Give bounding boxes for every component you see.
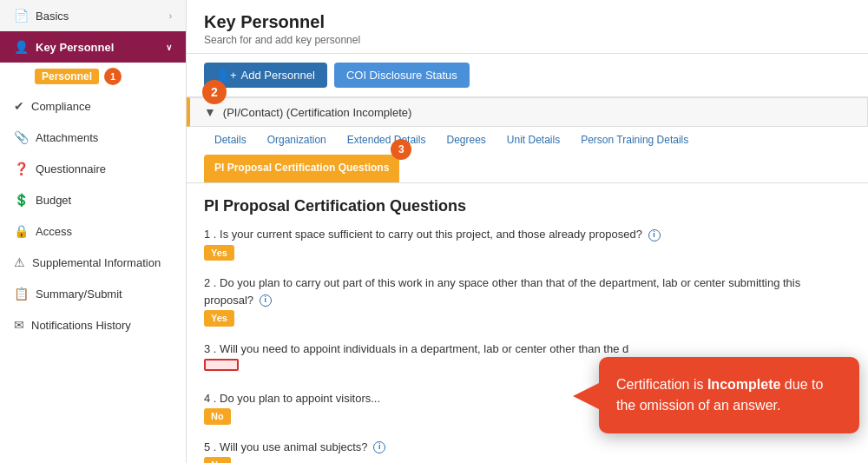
sidebar-item-access[interactable]: 🔒 Access xyxy=(0,215,186,247)
personnel-badge: Personnel xyxy=(35,69,99,84)
page-title: Key Personnel xyxy=(204,12,851,32)
personnel-name: (PI/Contact) (Certification Incomplete) xyxy=(223,106,411,119)
tab-organization[interactable]: Organization xyxy=(257,127,337,155)
tab-degrees[interactable]: Degrees xyxy=(436,127,496,155)
basics-icon: 📄 xyxy=(14,9,29,23)
sidebar-item-budget-label: Budget xyxy=(36,194,71,207)
tab-person-training[interactable]: Person Training Details xyxy=(570,127,699,155)
tabs-container: Details Organization Extended Details De… xyxy=(187,127,868,183)
sidebar-item-compliance[interactable]: ✔ Compliance xyxy=(0,90,186,122)
sidebar-item-budget[interactable]: 💲 Budget xyxy=(0,184,186,215)
page-subtitle: Search for and add key personnel xyxy=(204,34,851,46)
access-icon: 🔒 xyxy=(14,224,29,238)
sidebar-item-key-personnel-label: Key Personnel xyxy=(36,41,114,54)
questionnaire-icon: ❓ xyxy=(14,162,29,175)
sidebar-item-basics-label: Basics xyxy=(36,10,69,23)
expand-arrow-icon: ▼ xyxy=(204,105,216,119)
sidebar-item-supplemental[interactable]: ⚠ Supplemental Information xyxy=(0,247,186,278)
sidebar-item-summary-label: Summary/Submit xyxy=(36,288,122,301)
sidebar-item-access-label: Access xyxy=(36,225,72,238)
summary-icon: 📋 xyxy=(14,287,29,301)
sidebar-collapse-button[interactable]: ‹ xyxy=(186,9,187,35)
sidebar-item-attachments-label: Attachments xyxy=(36,131,98,144)
sidebar-item-questionnaire[interactable]: ❓ Questionnaire xyxy=(0,153,186,184)
sidebar-item-notifications[interactable]: ✉ Notifications History xyxy=(0,309,186,341)
sidebar-sub-personnel: Personnel 1 xyxy=(0,63,186,90)
sidebar-item-summary[interactable]: 📋 Summary/Submit xyxy=(0,278,186,309)
add-person-icon: 👤+ xyxy=(216,69,237,82)
info-icon-q5[interactable]: i xyxy=(373,441,385,453)
coi-disclosure-button[interactable]: COI Disclosure Status xyxy=(334,63,470,88)
answer-q4: No xyxy=(204,408,231,425)
callout-bold: Incomplete xyxy=(707,377,780,392)
personnel-row[interactable]: ▼ (PI/Contact) (Certification Incomplete… xyxy=(187,97,868,127)
tab-extended-details[interactable]: Extended Details xyxy=(337,127,437,155)
notifications-icon: ✉ xyxy=(14,318,24,332)
budget-icon: 💲 xyxy=(14,193,29,207)
question-5: 5 . Will you use animal subjects? i No xyxy=(204,439,851,464)
answer-q1: Yes xyxy=(204,245,234,261)
answer-missing-q3 xyxy=(204,359,239,371)
tab-unit-details[interactable]: Unit Details xyxy=(496,127,570,155)
key-personnel-icon: 👤 xyxy=(14,40,29,54)
annotation-badge-1: 1 xyxy=(104,68,122,85)
sidebar-sub-item-personnel[interactable]: Personnel 1 xyxy=(17,63,186,90)
answer-q2: Yes xyxy=(204,310,234,327)
sidebar: ‹ 📄 Basics › 👤 Key Personnel ∨ Personnel… xyxy=(0,0,187,463)
attachments-icon: 📎 xyxy=(14,130,29,144)
callout-tooltip: Certification is Incomplete due to the o… xyxy=(599,357,859,433)
sidebar-item-supplemental-label: Supplemental Information xyxy=(32,256,161,269)
toolbar: 👤+ Add Personnel COI Disclosure Status 2 xyxy=(187,54,868,97)
tab-details[interactable]: Details xyxy=(204,127,257,155)
info-icon-q2[interactable]: i xyxy=(260,294,272,307)
main-content: Key Personnel Search for and add key per… xyxy=(187,0,868,463)
annotation-badge-3: 3 xyxy=(391,139,411,160)
sidebar-item-attachments[interactable]: 📎 Attachments xyxy=(0,122,186,153)
compliance-icon: ✔ xyxy=(14,99,24,113)
section-title: PI Proposal Certification Questions xyxy=(204,197,851,215)
tab-pi-certification[interactable]: PI Proposal Certification Questions 3 xyxy=(204,155,399,182)
sidebar-item-compliance-label: Compliance xyxy=(31,100,91,113)
sidebar-item-notifications-label: Notifications History xyxy=(31,319,131,332)
question-2: 2 . Do you plan to carry out part of thi… xyxy=(204,274,851,332)
supplemental-icon: ⚠ xyxy=(14,255,25,269)
answer-q5: No xyxy=(204,457,231,463)
question-1: 1 . Is your current space sufficient to … xyxy=(204,226,851,266)
key-personnel-chevron: ∨ xyxy=(166,43,172,52)
sidebar-item-questionnaire-label: Questionnaire xyxy=(36,162,106,175)
annotation-badge-2: 2 xyxy=(202,80,227,104)
content-area: PI Proposal Certification Questions 1 . … xyxy=(187,183,868,463)
page-header: Key Personnel Search for and add key per… xyxy=(187,0,868,54)
sidebar-item-basics[interactable]: 📄 Basics › xyxy=(0,0,186,31)
info-icon-q1[interactable]: i xyxy=(648,229,661,241)
sidebar-item-key-personnel[interactable]: 👤 Key Personnel ∨ xyxy=(0,31,186,63)
basics-chevron: › xyxy=(169,11,172,21)
